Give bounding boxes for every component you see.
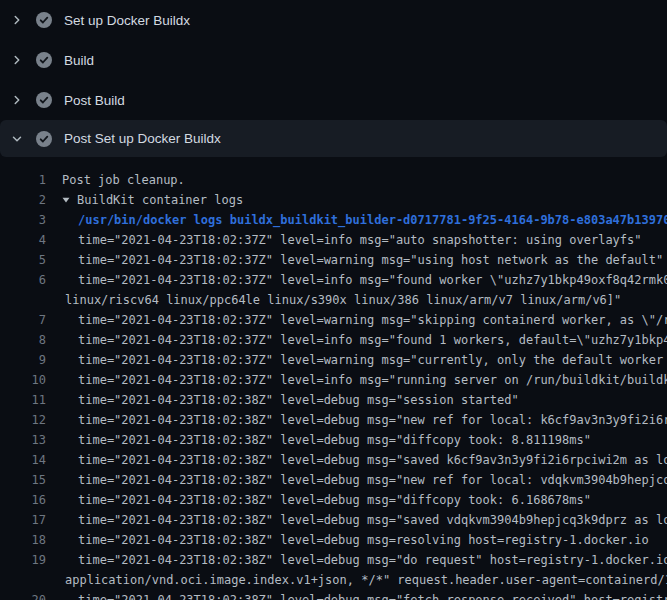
log-line-number[interactable]: 3 [0, 210, 46, 230]
log-area: 1Post job cleanup.2BuildKit container lo… [0, 157, 667, 600]
log-line-number[interactable]: 10 [0, 370, 46, 390]
log-line-text: time="2021-04-23T18:02:37Z" level=info m… [46, 330, 667, 350]
step-row-build[interactable]: Build [0, 40, 667, 80]
log-row: 1Post job cleanup. [0, 170, 667, 190]
log-line-text: time="2021-04-23T18:02:37Z" level=info m… [46, 230, 642, 250]
log-line-number[interactable]: 13 [0, 430, 46, 450]
log-row: 20time="2021-04-23T18:02:38Z" level=debu… [0, 590, 667, 600]
log-line-number [0, 290, 46, 310]
log-row: 2BuildKit container logs [0, 190, 667, 210]
log-line-number[interactable]: 20 [0, 590, 46, 600]
log-line-text: time="2021-04-23T18:02:37Z" level=warnin… [46, 250, 663, 270]
log-row: 6time="2021-04-23T18:02:37Z" level=info … [0, 270, 667, 290]
chevron-down-icon [10, 131, 24, 147]
step-row-post-build[interactable]: Post Build [0, 80, 667, 120]
log-line-text: time="2021-04-23T18:02:38Z" level=debug … [46, 530, 649, 550]
log-line-text: time="2021-04-23T18:02:37Z" level=info m… [46, 370, 667, 390]
log-command-text: /usr/bin/docker logs buildx_buildkit_bui… [46, 210, 667, 230]
log-line-text: application/vnd.oci.image.index.v1+json,… [46, 570, 667, 590]
log-row: 3/usr/bin/docker logs buildx_buildkit_bu… [0, 210, 667, 230]
log-row: 15time="2021-04-23T18:02:38Z" level=debu… [0, 470, 667, 490]
log-line-number[interactable]: 8 [0, 330, 46, 350]
step-label: Post Build [64, 93, 125, 108]
log-line-number[interactable]: 11 [0, 390, 46, 410]
step-row-set-up-docker-buildx[interactable]: Set up Docker Buildx [0, 0, 667, 40]
log-row: 5time="2021-04-23T18:02:37Z" level=warni… [0, 250, 667, 270]
log-line-number[interactable]: 18 [0, 530, 46, 550]
log-group-toggle[interactable]: BuildKit container logs [46, 190, 243, 210]
log-line-text: time="2021-04-23T18:02:38Z" level=debug … [46, 410, 667, 430]
log-line-number[interactable]: 15 [0, 470, 46, 490]
log-line-number[interactable]: 16 [0, 490, 46, 510]
step-label: Post Set up Docker Buildx [64, 131, 221, 146]
log-row: 12time="2021-04-23T18:02:38Z" level=debu… [0, 410, 667, 430]
chevron-right-icon [10, 92, 24, 108]
log-line-number[interactable]: 5 [0, 250, 46, 270]
check-circle-icon [36, 52, 52, 68]
log-line-number[interactable]: 2 [0, 190, 46, 210]
log-line-number[interactable]: 9 [0, 350, 46, 370]
log-line-text: time="2021-04-23T18:02:38Z" level=debug … [46, 550, 667, 570]
step-label: Set up Docker Buildx [64, 13, 190, 28]
log-line-text: time="2021-04-23T18:02:38Z" level=debug … [46, 390, 519, 410]
log-group-label: BuildKit container logs [77, 190, 243, 210]
log-line-number[interactable]: 14 [0, 450, 46, 470]
step-row-post-set-up-docker-buildx[interactable]: Post Set up Docker Buildx [0, 120, 667, 157]
log-row: 10time="2021-04-23T18:02:37Z" level=info… [0, 370, 667, 390]
log-row: 7time="2021-04-23T18:02:37Z" level=warni… [0, 310, 667, 330]
log-line-text: time="2021-04-23T18:02:38Z" level=debug … [46, 510, 667, 530]
triangle-down-icon [62, 196, 70, 204]
log-line-number[interactable]: 17 [0, 510, 46, 530]
log-line-text: time="2021-04-23T18:02:38Z" level=debug … [46, 590, 667, 600]
log-row: 13time="2021-04-23T18:02:38Z" level=debu… [0, 430, 667, 450]
log-line-number[interactable]: 6 [0, 270, 46, 290]
log-line-number [0, 570, 46, 590]
log-row: application/vnd.oci.image.index.v1+json,… [0, 570, 667, 590]
log-line-text: time="2021-04-23T18:02:38Z" level=debug … [46, 430, 591, 450]
log-line-text: time="2021-04-23T18:02:37Z" level=warnin… [46, 310, 667, 330]
log-line-number[interactable]: 7 [0, 310, 46, 330]
check-circle-icon [36, 131, 52, 147]
chevron-right-icon [10, 12, 24, 28]
log-line-number[interactable]: 12 [0, 410, 46, 430]
log-row: 14time="2021-04-23T18:02:38Z" level=debu… [0, 450, 667, 470]
log-row: 19time="2021-04-23T18:02:38Z" level=debu… [0, 550, 667, 570]
log-line-number[interactable]: 4 [0, 230, 46, 250]
log-line-text: time="2021-04-23T18:02:38Z" level=debug … [46, 470, 667, 490]
actions-log-viewer: Set up Docker Buildx Build Post Build Po… [0, 0, 667, 600]
log-row: 18time="2021-04-23T18:02:38Z" level=debu… [0, 530, 667, 550]
log-line-text: Post job cleanup. [46, 170, 185, 190]
log-line-number[interactable]: 19 [0, 550, 46, 570]
chevron-right-icon [10, 52, 24, 68]
log-row: 8time="2021-04-23T18:02:37Z" level=info … [0, 330, 667, 350]
log-row: 11time="2021-04-23T18:02:38Z" level=debu… [0, 390, 667, 410]
log-line-text: time="2021-04-23T18:02:38Z" level=debug … [46, 450, 667, 470]
log-line-text: linux/riscv64 linux/ppc64le linux/s390x … [46, 290, 621, 310]
check-circle-icon [36, 12, 52, 28]
log-line-text: time="2021-04-23T18:02:38Z" level=debug … [46, 490, 591, 510]
log-row: 9time="2021-04-23T18:02:37Z" level=warni… [0, 350, 667, 370]
log-row: 4time="2021-04-23T18:02:37Z" level=info … [0, 230, 667, 250]
steps-list: Set up Docker Buildx Build Post Build Po… [0, 0, 667, 157]
step-label: Build [64, 53, 94, 68]
log-row: 16time="2021-04-23T18:02:38Z" level=debu… [0, 490, 667, 510]
log-line-number[interactable]: 1 [0, 170, 46, 190]
log-row: 17time="2021-04-23T18:02:38Z" level=debu… [0, 510, 667, 530]
log-line-text: time="2021-04-23T18:02:37Z" level=info m… [46, 270, 667, 290]
log-line-text: time="2021-04-23T18:02:37Z" level=warnin… [46, 350, 667, 370]
check-circle-icon [36, 92, 52, 108]
log-row: linux/riscv64 linux/ppc64le linux/s390x … [0, 290, 667, 310]
